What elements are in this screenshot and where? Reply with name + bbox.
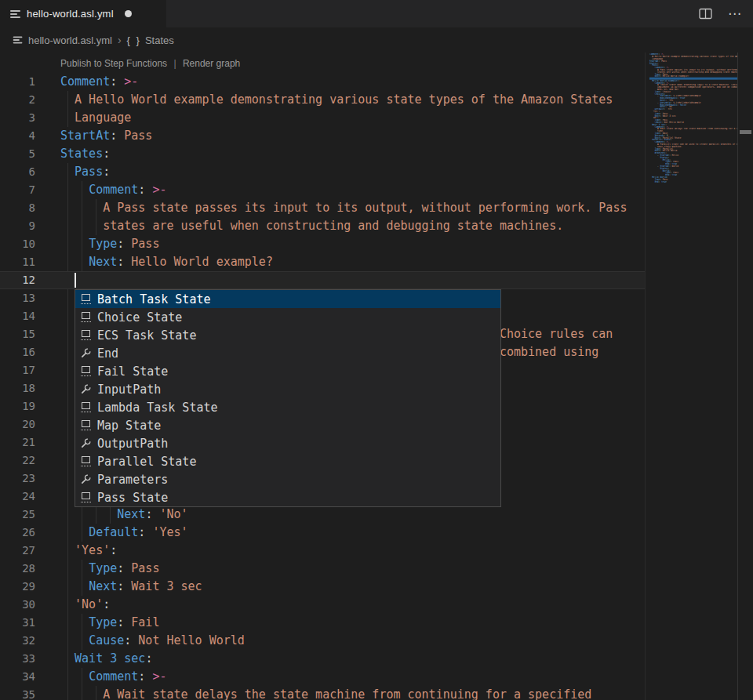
suggest-item-parameters[interactable]: Parameters <box>75 470 500 488</box>
code-line[interactable]: 34 Comment: >- <box>0 668 645 686</box>
code-line[interactable]: 11 Next: Hello World example? <box>0 253 645 271</box>
editor-actions: ⋯ <box>697 0 744 27</box>
editor-tab-bar: hello-world.asl.yml ⋯ <box>0 0 753 27</box>
code-line[interactable]: 6 Pass: <box>0 163 645 181</box>
minimap-line: End: true <box>649 180 737 183</box>
line-number: 28 <box>0 560 35 578</box>
code-text: Comment: >- <box>60 668 166 686</box>
overview-ruler[interactable] <box>737 53 753 700</box>
code-line[interactable]: 2 A Hello World example demonstrating va… <box>0 91 645 109</box>
chevron-right-icon: › <box>118 34 122 46</box>
line-number: 4 <box>0 127 35 145</box>
code-line[interactable]: 29 Next: Wait 3 sec <box>0 578 645 596</box>
line-number: 8 <box>0 199 35 217</box>
code-text: Wait 3 sec: <box>60 650 152 668</box>
line-number: 3 <box>0 109 35 127</box>
code-line[interactable]: 32 Cause: Not Hello World <box>0 632 645 650</box>
suggest-item-label: End <box>97 346 118 361</box>
codelens-render-graph-link[interactable]: Render graph <box>183 58 240 69</box>
code-line[interactable]: 7 Comment: >- <box>0 181 645 199</box>
line-number: 15 <box>0 325 35 343</box>
breadcrumb-symbol-states[interactable]: States <box>145 34 174 46</box>
line-number: 19 <box>0 397 35 415</box>
code-line[interactable]: 5States: <box>0 145 645 163</box>
suggest-item-batch-task-state[interactable]: Batch Task State <box>75 290 500 308</box>
snippet-icon <box>79 310 92 325</box>
line-number: 6 <box>0 163 35 181</box>
code-text: Comment: >- <box>60 181 166 199</box>
suggest-item-label: Lambda Task State <box>97 401 218 415</box>
code-line[interactable]: 8 A Pass state passes its input to its o… <box>0 199 645 217</box>
code-line[interactable]: 12 <box>0 271 645 289</box>
suggest-item-parallel-state[interactable]: Parallel State <box>75 452 500 470</box>
property-wrench-icon <box>79 346 92 361</box>
suggest-item-fail-state[interactable]: Fail State <box>75 362 500 380</box>
line-number: 33 <box>0 650 35 668</box>
code-line[interactable]: 30 'No': <box>0 596 645 614</box>
yaml-file-icon <box>10 10 21 18</box>
line-number: 10 <box>0 235 35 253</box>
code-text: Language <box>60 109 131 127</box>
code-text: A Pass state passes its input to its out… <box>60 199 627 217</box>
line-number: 16 <box>0 343 35 361</box>
more-actions-icon[interactable]: ⋯ <box>726 5 744 23</box>
code-line[interactable]: 3 Language <box>0 109 645 127</box>
minimap[interactable]: Comment: >- A Hello World example demons… <box>645 53 737 700</box>
code-line[interactable]: 10 Type: Pass <box>0 235 645 253</box>
breadcrumb-file[interactable]: hello-world.asl.yml <box>28 34 112 46</box>
code-line[interactable]: 26 Default: 'Yes' <box>0 524 645 542</box>
suggest-item-ecs-task-state[interactable]: ECS Task State <box>75 326 500 344</box>
line-number: 11 <box>0 253 35 271</box>
snippet-icon <box>79 419 92 433</box>
line-number: 13 <box>0 289 35 307</box>
suggest-item-label: ECS Task State <box>97 328 196 343</box>
text-cursor <box>75 273 76 288</box>
split-editor-icon[interactable] <box>697 5 714 23</box>
code-text: Cause: Not Hello World <box>60 632 245 650</box>
line-number: 30 <box>0 596 35 614</box>
editor: Publish to Step Functions | Render graph… <box>0 53 753 700</box>
code-text: Type: Pass <box>60 235 159 253</box>
code-text: Next: Hello World example? <box>60 253 273 271</box>
line-number: 31 <box>0 614 35 632</box>
code-line[interactable]: 31 Type: Fail <box>0 614 645 632</box>
line-number: 25 <box>0 506 35 524</box>
suggest-item-inputpath[interactable]: InputPath <box>75 380 500 398</box>
codelens-publish-link[interactable]: Publish to Step Functions <box>60 58 167 69</box>
code-text: Next: 'No' <box>60 506 188 524</box>
code-line[interactable]: 25 Next: 'No' <box>0 506 645 524</box>
code-text: A Wait state delays the state machine fr… <box>60 686 591 700</box>
suggest-item-label: Parameters <box>97 473 168 487</box>
code-line[interactable]: 1Comment: >- <box>0 73 645 91</box>
code-text: StartAt: Pass <box>60 127 152 145</box>
suggest-item-pass-state[interactable]: Pass State <box>75 488 500 506</box>
line-number: 14 <box>0 307 35 325</box>
line-number: 35 <box>0 686 35 700</box>
vscode-window: hello-world.asl.yml ⋯ hello-world.asl.ym… <box>0 0 753 700</box>
tab-hello-world-asl-yml[interactable]: hello-world.asl.yml <box>0 0 166 27</box>
code-line[interactable]: 9 states are useful when constructing an… <box>0 217 645 235</box>
code-line[interactable]: 4StartAt: Pass <box>0 127 645 145</box>
line-number: 20 <box>0 415 35 433</box>
code-line[interactable]: 35 A Wait state delays the state machine… <box>0 686 645 700</box>
code-text: Pass: <box>60 163 110 181</box>
line-number: 32 <box>0 632 35 650</box>
code-text: Type: Fail <box>60 614 159 632</box>
suggest-item-label: Pass State <box>97 491 168 505</box>
line-number: 23 <box>0 470 35 488</box>
code-line[interactable]: 33 Wait 3 sec: <box>0 650 645 668</box>
suggest-item-choice-state[interactable]: Choice State <box>75 308 500 326</box>
code-line[interactable]: 27 'Yes': <box>0 542 645 560</box>
property-wrench-icon <box>79 383 92 397</box>
code-line[interactable]: 28 Type: Pass <box>0 560 645 578</box>
line-number: 26 <box>0 524 35 542</box>
suggest-item-map-state[interactable]: Map State <box>75 416 500 434</box>
code-text: 'Yes': <box>60 542 117 560</box>
suggest-item-outputpath[interactable]: OutputPath <box>75 434 500 452</box>
code-text: states are useful when constructing and … <box>60 217 563 235</box>
yaml-file-icon <box>13 37 24 44</box>
suggest-item-lambda-task-state[interactable]: Lambda Task State <box>75 398 500 416</box>
line-number: 7 <box>0 181 35 199</box>
suggest-item-end[interactable]: End <box>75 344 500 362</box>
modified-indicator-dot[interactable] <box>125 10 132 17</box>
